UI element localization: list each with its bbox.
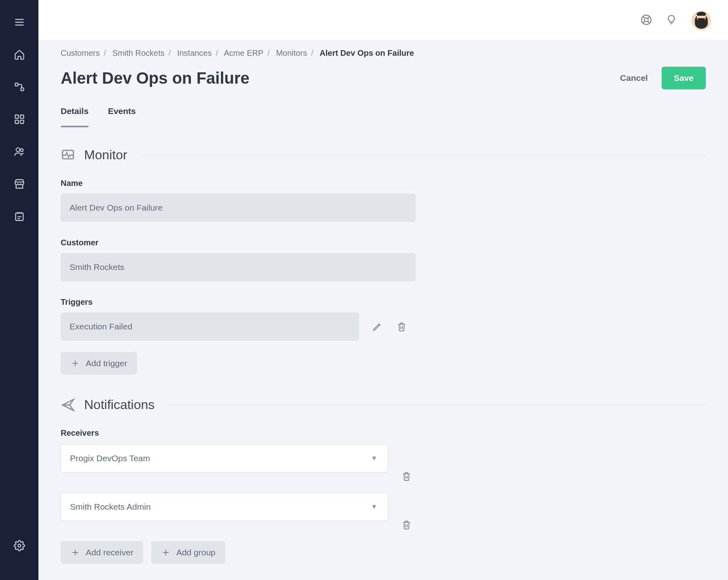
- topbar: [38, 0, 728, 40]
- add-receiver-button[interactable]: Add receiver: [61, 541, 143, 564]
- delete-receiver-button[interactable]: [400, 519, 413, 531]
- customer-input[interactable]: Smith Rockets: [61, 253, 416, 281]
- svg-rect-4: [15, 120, 18, 123]
- plus-icon: [70, 548, 80, 557]
- sidebar-item-marketplace[interactable]: [11, 175, 28, 192]
- sidebar-item-components[interactable]: [11, 111, 28, 128]
- title-row: Alert Dev Ops on Failure Cancel Save: [61, 67, 706, 89]
- receiver-value: Smith Rockets Admin: [70, 502, 151, 512]
- breadcrumb-link[interactable]: Monitors: [276, 49, 307, 57]
- svg-point-9: [18, 544, 21, 547]
- page-content: Customers/ Smith Rockets/ Instances/ Acm…: [38, 40, 728, 580]
- lifebuoy-icon: [641, 14, 652, 25]
- notes-icon: [14, 211, 25, 222]
- support-button[interactable]: [641, 14, 652, 25]
- lightbulb-icon: [666, 15, 677, 25]
- trigger-input[interactable]: Execution Failed: [61, 312, 359, 341]
- section-title: Monitor: [84, 148, 127, 162]
- receiver-row: Smith Rockets Admin ▼: [61, 493, 473, 521]
- svg-point-11: [644, 18, 648, 21]
- sidebar-item-logs[interactable]: [11, 208, 28, 225]
- monitor-icon: [61, 148, 75, 162]
- sidebar-item-settings[interactable]: [11, 537, 28, 554]
- page-title: Alert Dev Ops on Failure: [61, 69, 250, 87]
- field-label: Name: [61, 179, 416, 188]
- add-trigger-button[interactable]: Add trigger: [61, 352, 137, 375]
- section-header-notifications: Notifications: [61, 397, 706, 412]
- receiver-select[interactable]: Progix DevOps Team ▼: [61, 444, 388, 472]
- svg-point-6: [16, 148, 19, 152]
- page-actions: Cancel Save: [620, 67, 706, 89]
- plus-icon: [70, 359, 80, 368]
- field-label: Triggers: [61, 297, 416, 307]
- svg-rect-3: [20, 115, 23, 118]
- sidebar: [0, 0, 38, 580]
- gear-icon: [14, 540, 25, 551]
- field-name: Name Alert Dev Ops on Failure: [61, 179, 416, 222]
- svg-rect-2: [15, 115, 18, 118]
- home-icon: [14, 49, 25, 60]
- send-icon: [61, 398, 75, 412]
- name-input[interactable]: Alert Dev Ops on Failure: [61, 194, 416, 222]
- tab-details[interactable]: Details: [61, 106, 89, 127]
- breadcrumb-link[interactable]: Acme ERP: [224, 49, 264, 57]
- tab-events[interactable]: Events: [108, 106, 136, 127]
- cancel-button[interactable]: Cancel: [620, 73, 648, 83]
- receiver-select[interactable]: Smith Rockets Admin ▼: [61, 493, 388, 521]
- svg-rect-1: [21, 88, 23, 91]
- chevron-down-icon: ▼: [371, 455, 377, 462]
- trash-icon: [401, 471, 412, 481]
- section-rule: [139, 155, 706, 155]
- user-avatar[interactable]: [691, 8, 712, 31]
- sidebar-item-customers[interactable]: [11, 143, 28, 160]
- plus-icon: [161, 548, 171, 557]
- edit-trigger-button[interactable]: [371, 321, 383, 333]
- pencil-icon: [372, 321, 383, 332]
- save-button[interactable]: Save: [662, 67, 706, 89]
- sidebar-item-integrations[interactable]: [11, 78, 28, 95]
- add-group-label: Add group: [176, 548, 216, 557]
- main: Customers/ Smith Rockets/ Instances/ Acm…: [38, 0, 728, 580]
- svg-rect-5: [20, 120, 23, 123]
- breadcrumb-link[interactable]: Customers: [61, 49, 100, 57]
- breadcrumb-link[interactable]: Instances: [177, 49, 212, 57]
- section-header-monitor: Monitor: [61, 148, 706, 162]
- field-label: Customer: [61, 238, 416, 247]
- chevron-down-icon: ▼: [371, 503, 377, 510]
- hamburger-icon: [14, 17, 25, 28]
- breadcrumb: Customers/ Smith Rockets/ Instances/ Acm…: [61, 49, 706, 58]
- section-rule: [166, 405, 706, 405]
- receivers-label: Receivers: [61, 428, 706, 438]
- add-group-button[interactable]: Add group: [151, 541, 225, 564]
- hints-button[interactable]: [666, 14, 677, 25]
- svg-point-7: [20, 149, 23, 152]
- section-title: Notifications: [84, 397, 154, 412]
- field-customer: Customer Smith Rockets: [61, 238, 416, 281]
- trash-icon: [396, 321, 407, 332]
- avatar-icon: [691, 8, 712, 31]
- sidebar-item-home[interactable]: [11, 46, 28, 63]
- add-trigger-label: Add trigger: [86, 359, 127, 368]
- delete-trigger-button[interactable]: [396, 321, 408, 333]
- breadcrumb-current: Alert Dev Ops on Failure: [320, 49, 414, 57]
- store-icon: [14, 178, 25, 190]
- field-triggers: Triggers Execution Failed: [61, 297, 416, 341]
- add-receiver-label: Add receiver: [86, 548, 133, 557]
- receiver-buttons: Add receiver Add group: [61, 541, 706, 564]
- svg-rect-0: [15, 83, 18, 86]
- tabs: Details Events: [61, 106, 706, 127]
- receiver-value: Progix DevOps Team: [70, 453, 150, 463]
- receiver-row: Progix DevOps Team ▼: [61, 444, 473, 472]
- trash-icon: [401, 519, 412, 530]
- grid-icon: [14, 114, 25, 125]
- breadcrumb-link[interactable]: Smith Rockets: [112, 49, 165, 57]
- sidebar-menu-toggle[interactable]: [11, 14, 28, 31]
- users-icon: [14, 146, 25, 157]
- flow-icon: [14, 81, 25, 93]
- delete-receiver-button[interactable]: [400, 470, 413, 482]
